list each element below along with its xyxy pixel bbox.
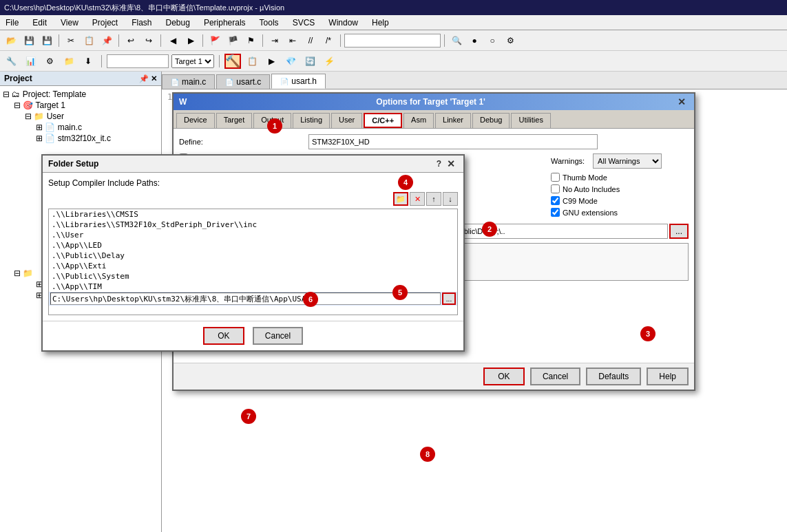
move-down-btn[interactable]: ↓ <box>443 192 458 206</box>
tree-main-c[interactable]: ⊞ 📄 main.c <box>3 122 158 133</box>
path-item-2[interactable]: .\\User <box>49 230 457 240</box>
tb-search[interactable]: 🔍 <box>448 33 465 48</box>
menu-item-peripherals[interactable]: Peripherals <box>201 17 249 28</box>
tb-t9[interactable]: 🔄 <box>302 54 318 69</box>
options-defaults-btn[interactable]: Defaults <box>586 368 641 385</box>
tb-t7[interactable]: ▶ <box>263 54 280 69</box>
menu-item-project[interactable]: Project <box>90 17 120 28</box>
sep5 <box>262 34 263 47</box>
tb-gear[interactable]: ⚙ <box>502 33 518 48</box>
path-item-7[interactable]: .\\App\\TIM <box>49 281 457 292</box>
tb-indent[interactable]: ⇥ <box>266 33 283 48</box>
tab-icon-1: 📄 <box>171 78 179 86</box>
opt-tab-asm[interactable]: Asm <box>403 113 434 128</box>
tb-t2[interactable]: 📊 <box>22 54 39 69</box>
include-browse-btn[interactable]: ... <box>669 224 689 239</box>
menu-item-edit[interactable]: Edit <box>30 17 50 28</box>
opt-tab-utilities[interactable]: Utilities <box>511 113 550 128</box>
path-item-4[interactable]: .\\Public\\Delay <box>49 251 457 261</box>
tb-dot1[interactable]: ● <box>466 33 483 48</box>
tb-outdent[interactable]: ⇤ <box>284 33 301 48</box>
path-browse-btn[interactable]: ... <box>442 292 456 305</box>
tb-t6[interactable]: 📋 <box>244 54 260 69</box>
options-cancel-btn[interactable]: Cancel <box>530 368 580 385</box>
tb-t10[interactable]: ⚡ <box>321 54 337 69</box>
tb-bk3[interactable]: ⚑ <box>242 33 259 48</box>
tb-options[interactable]: 🔨 <box>224 54 241 69</box>
tb-save-all[interactable]: 💾 <box>39 33 55 48</box>
folder-help-btn[interactable]: ? <box>437 159 441 169</box>
opt-tab-target[interactable]: Target <box>216 113 253 128</box>
tb-nav-back[interactable]: ◀ <box>165 33 181 48</box>
tb-bk2[interactable]: 🏴 <box>224 33 241 48</box>
menu-item-flash[interactable]: Flash <box>129 17 154 28</box>
tb-comment[interactable]: // <box>302 33 319 48</box>
sep6 <box>340 34 341 47</box>
thumb-checkbox[interactable] <box>551 173 560 182</box>
delete-path-btn[interactable]: ✕ <box>410 192 425 206</box>
opt-tab-debug[interactable]: Debug <box>472 113 510 128</box>
no-auto-row: No Auto Includes <box>551 184 689 193</box>
tab-usart-h[interactable]: 📄 usart.h <box>271 74 326 89</box>
folder-close-btn[interactable]: ✕ <box>444 158 458 169</box>
tab-usart-c[interactable]: 📄 usart.c <box>216 74 270 89</box>
path-item-3[interactable]: .\\App\\LED <box>49 240 457 251</box>
options-ok-btn[interactable]: OK <box>483 368 525 385</box>
tree-project[interactable]: ⊟ 🗂 Project: Template <box>3 89 158 100</box>
no-auto-checkbox[interactable] <box>551 184 560 193</box>
tb-save[interactable]: 💾 <box>21 33 37 48</box>
search-input[interactable]: turn_sickroom_flag <box>344 34 441 47</box>
opt-tab-linker[interactable]: Linker <box>435 113 471 128</box>
menu-item-tools[interactable]: Tools <box>257 17 282 28</box>
path-item-6[interactable]: .\\Public\\System <box>49 271 457 281</box>
folder-ok-btn[interactable]: OK <box>203 327 244 345</box>
folder-setup-label: Setup Compiler Include Paths: <box>48 178 458 188</box>
tb-t8[interactable]: 💎 <box>282 54 299 69</box>
tb-open[interactable]: 📂 <box>3 33 19 48</box>
move-up-btn[interactable]: ↑ <box>426 192 441 206</box>
opt-tab-user[interactable]: User <box>331 113 362 128</box>
menu-item-file[interactable]: File <box>3 17 21 28</box>
tb-redo[interactable]: ↪ <box>140 33 157 48</box>
tb-t5[interactable]: ⬇ <box>80 54 96 69</box>
tb-uncomment[interactable]: /* <box>320 33 337 48</box>
path-edit-input[interactable] <box>50 292 441 305</box>
options-close-button[interactable]: ✕ <box>675 96 689 107</box>
options-help-btn[interactable]: Help <box>647 368 689 385</box>
target-dropdown[interactable]: Target 1 <box>171 54 214 68</box>
tb-bookmark[interactable]: 🚩 <box>207 33 223 48</box>
tb-t1[interactable]: 🔧 <box>3 54 19 69</box>
tb-t4[interactable]: 📁 <box>61 54 77 69</box>
opt-tab-cpp[interactable]: C/C++ <box>364 113 402 128</box>
tree-stm32-it[interactable]: ⊞ 📄 stm32f10x_it.c <box>3 133 158 144</box>
tb-copy[interactable]: 📋 <box>81 33 97 48</box>
warnings-select[interactable]: All Warnings No Warnings <box>593 153 662 169</box>
menu-item-help[interactable]: Help <box>369 17 392 28</box>
menu-item-view[interactable]: View <box>58 17 81 28</box>
main-layout: Project 📌 ✕ ⊟ 🗂 Project: Template ⊟ 🎯 Ta… <box>0 72 787 532</box>
tb-dot2[interactable]: ○ <box>484 33 501 48</box>
path-item-0[interactable]: .\\Libraries\\CMSIS <box>49 209 457 220</box>
opt-tab-listing[interactable]: Listing <box>293 113 330 128</box>
c99-checkbox[interactable] <box>551 196 560 205</box>
opt-tab-output[interactable]: Output <box>253 113 291 128</box>
tree-user[interactable]: ⊟ 📁 User <box>3 111 158 122</box>
tab-main-c[interactable]: 📄 main.c <box>162 74 215 89</box>
tb-nav-fwd[interactable]: ▶ <box>182 33 199 48</box>
path-item-5[interactable]: .\\App\\Exti <box>49 261 457 271</box>
path-item-1[interactable]: .\\Libraries\\STM32F10x_StdPeriph_Driver… <box>49 220 457 230</box>
menu-item-debug[interactable]: Debug <box>163 17 193 28</box>
tb-undo[interactable]: ↩ <box>123 33 139 48</box>
tb-t3[interactable]: ⚙ <box>41 54 58 69</box>
tb-paste[interactable]: 📌 <box>98 33 115 48</box>
define-input[interactable] <box>308 134 598 149</box>
folder-cancel-btn[interactable]: Cancel <box>253 327 303 345</box>
gnu-checkbox[interactable] <box>551 208 560 217</box>
tree-target1[interactable]: ⊟ 🎯 Target 1 <box>3 100 158 111</box>
menu-item-window[interactable]: Window <box>326 17 361 28</box>
opt-tab-device[interactable]: Device <box>176 113 215 128</box>
menu-item-svcs[interactable]: SVCS <box>290 17 318 28</box>
tb-cut[interactable]: ✂ <box>63 33 79 48</box>
target-select[interactable]: Target 1 <box>107 54 169 68</box>
new-folder-btn[interactable]: 📁 <box>393 192 408 206</box>
